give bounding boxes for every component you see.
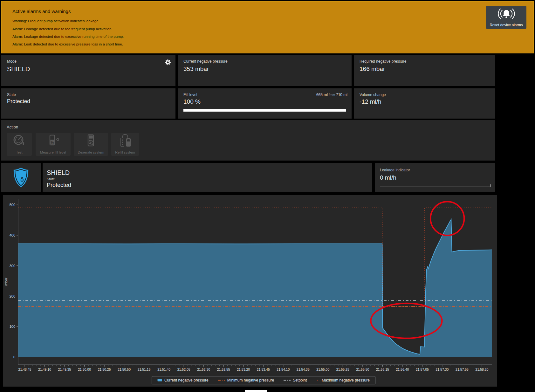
shield-droplet-icon: [12, 167, 30, 188]
svg-text:%: %: [51, 141, 54, 144]
svg-text:21:57:05: 21:57:05: [416, 368, 429, 371]
legend-item-current-pressure[interactable]: Current negative pressure: [157, 378, 209, 382]
action-panel: Action Test % Measure fill level: [1, 120, 495, 161]
action-button-deaerate-system[interactable]: Deaerate system: [74, 133, 108, 156]
bottom-drag-handle[interactable]: [245, 390, 267, 392]
fill-level-bar-fill: [183, 109, 346, 112]
svg-text:21:53:20: 21:53:20: [237, 368, 250, 371]
device-dashboard: Active alarms and warnings Warning: Freq…: [0, 0, 535, 392]
svg-text:100: 100: [10, 325, 15, 328]
leakage-value: 0 ml/h: [380, 174, 396, 181]
refill-containers-icon: [118, 134, 133, 147]
svg-text:300: 300: [10, 264, 15, 268]
svg-text:200: 200: [10, 294, 15, 298]
shield-status-panel: SHIELD State Protected: [43, 163, 372, 192]
svg-text:21:50:25: 21:50:25: [98, 368, 111, 371]
fill-level-panel: Fill level 665 mlfrom710 ml 100 %: [178, 88, 352, 119]
alarm-message: Warning: Frequent pump activation indica…: [12, 19, 99, 23]
svg-text:21:54:10: 21:54:10: [277, 368, 290, 371]
leakage-label: Leakage indicator: [380, 168, 410, 172]
reset-device-alarms-button[interactable]: Reset device alarms: [486, 6, 526, 29]
alarm-banner-title: Active alarms and warnings: [12, 9, 71, 14]
shield-state-value: Protected: [47, 182, 71, 189]
alarm-banner: Active alarms and warnings Warning: Freq…: [1, 1, 534, 53]
legend-item-setpoint[interactable]: Setpoint: [284, 378, 307, 382]
gear-icon: [164, 59, 171, 66]
fill-volume-current: 665 ml: [316, 93, 328, 97]
pressure-chart[interactable]: 010020030040050021:48:4521:49:1021:49:35…: [3, 195, 497, 387]
legend-label: Current negative pressure: [164, 378, 209, 382]
action-button-test[interactable]: Test: [7, 133, 32, 156]
action-label: Action: [7, 125, 18, 129]
svg-text:21:57:55: 21:57:55: [456, 368, 469, 371]
current-pressure-value: 353 mbar: [183, 65, 209, 72]
state-panel: State Protected: [1, 88, 175, 119]
svg-text:21:51:40: 21:51:40: [157, 368, 170, 371]
shield-mode-title: SHIELD: [47, 169, 70, 176]
svg-text:21:54:35: 21:54:35: [297, 368, 310, 371]
legend-label: Minimum negative pressure: [227, 378, 274, 382]
svg-text:21:53:45: 21:53:45: [257, 368, 270, 371]
fill-volume-from-word: from: [328, 93, 336, 97]
legend-item-minimum-pressure[interactable]: Minimum negative pressure: [218, 378, 274, 382]
svg-text:21:55:00: 21:55:00: [316, 368, 329, 371]
state-label: State: [7, 93, 16, 97]
svg-text:21:52:05: 21:52:05: [177, 368, 190, 371]
alarm-message: Alarm: Leak detected due to excessive pr…: [12, 42, 123, 46]
fill-level-label: Fill level: [183, 93, 197, 97]
svg-text:21:57:30: 21:57:30: [436, 368, 449, 371]
fill-volume-text: 665 mlfrom710 ml: [316, 93, 347, 97]
mode-settings-button[interactable]: [164, 59, 171, 66]
container-bubbles-icon: [84, 134, 98, 147]
action-button-label: Measure fill level: [40, 150, 66, 154]
legend-item-maximum-pressure[interactable]: Maximum negative pressure: [316, 378, 370, 382]
required-pressure-value: 166 mbar: [360, 65, 385, 72]
volume-change-panel: Volume change -12 ml/h: [354, 88, 495, 119]
required-pressure-label: Required negative pressure: [360, 59, 406, 64]
alarm-message: Alarm: Leakage detected due to excessive…: [12, 35, 124, 38]
svg-text:21:56:40: 21:56:40: [396, 368, 409, 371]
container-percent-icon: %: [46, 134, 60, 147]
volume-change-value: -12 ml/h: [360, 98, 381, 105]
reset-device-alarms-label: Reset device alarms: [490, 23, 523, 27]
mode-value: SHIELD: [7, 65, 30, 73]
action-button-refill-system[interactable]: Refill system: [111, 133, 139, 156]
fill-volume-total: 710 ml: [336, 93, 347, 97]
action-button-measure-fill-level[interactable]: % Measure fill level: [36, 133, 71, 156]
pressure-chart-panel: 010020030040050021:48:4521:49:1021:49:35…: [3, 195, 497, 387]
shield-icon-panel: [1, 163, 41, 192]
shield-state-label: State: [47, 177, 55, 181]
svg-text:21:52:55: 21:52:55: [217, 368, 230, 371]
gauge-droplet-icon: [12, 134, 27, 147]
svg-text:21:51:15: 21:51:15: [138, 368, 151, 371]
svg-text:21:50:50: 21:50:50: [118, 368, 131, 371]
mode-label: Mode: [7, 59, 17, 64]
action-button-label: Deaerate system: [78, 150, 104, 154]
leakage-indicator-panel: Leakage indicator 0 ml/h: [375, 163, 495, 192]
action-button-label: Test: [16, 150, 22, 154]
svg-text:21:55:50: 21:55:50: [356, 368, 369, 371]
volume-change-label: Volume change: [360, 93, 386, 97]
fill-level-bar: [183, 109, 346, 112]
current-pressure-label: Current negative pressure: [183, 59, 228, 64]
svg-text:21:48:45: 21:48:45: [18, 368, 31, 371]
svg-text:21:56:15: 21:56:15: [376, 368, 389, 371]
svg-text:21:49:35: 21:49:35: [58, 368, 71, 371]
y-axis-label: mbar: [4, 278, 8, 285]
svg-text:21:52:30: 21:52:30: [197, 368, 210, 371]
mode-panel: Mode SHIELD: [1, 55, 175, 86]
required-pressure-panel: Required negative pressure 166 mbar: [354, 55, 495, 86]
svg-text:21:58:20: 21:58:20: [476, 368, 489, 371]
action-button-label: Refill system: [115, 150, 135, 154]
svg-text:400: 400: [10, 233, 15, 237]
current-pressure-panel: Current negative pressure 353 mbar: [178, 55, 352, 86]
svg-text:21:55:25: 21:55:25: [336, 368, 349, 371]
alarm-message: Alarm: Leakage detected due to too frequ…: [12, 27, 113, 31]
chart-legend: Current negative pressure Minimum negati…: [152, 376, 375, 384]
svg-text:500: 500: [10, 203, 15, 207]
legend-marker-current: [158, 379, 162, 382]
svg-text:21:49:10: 21:49:10: [38, 368, 51, 371]
svg-text:0: 0: [13, 355, 15, 359]
legend-label: Setpoint: [293, 378, 307, 382]
svg-text:21:50:00: 21:50:00: [78, 368, 91, 371]
